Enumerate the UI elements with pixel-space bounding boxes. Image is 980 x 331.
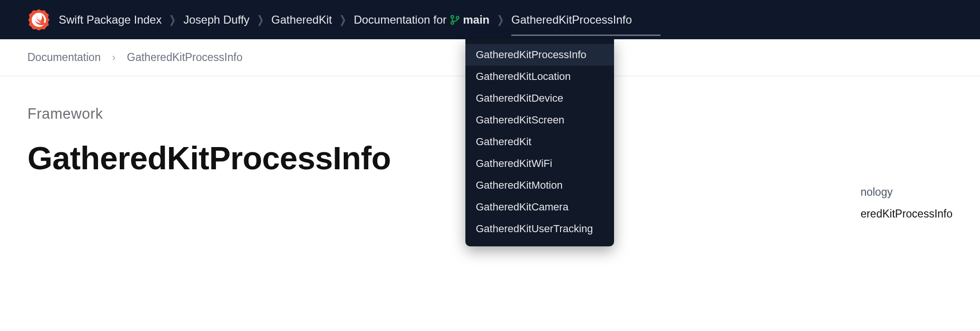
sidebar-value-fragment: eredKitProcessInfo bbox=[861, 206, 953, 221]
chevron-right-icon: ❭ bbox=[339, 14, 347, 26]
chevron-right-icon: ❭ bbox=[256, 14, 265, 26]
dropdown-item[interactable]: GatheredKitUserTracking bbox=[465, 218, 614, 240]
dropdown-item[interactable]: GatheredKit bbox=[465, 131, 614, 153]
nav-link-owner[interactable]: Joseph Duffy bbox=[183, 13, 249, 26]
dropdown-item[interactable]: GatheredKitProcessInfo bbox=[465, 44, 614, 66]
nav-current-module-label: GatheredKitProcessInfo bbox=[511, 13, 632, 26]
nav-current-module-dropdown-trigger[interactable]: GatheredKitProcessInfo bbox=[511, 13, 632, 26]
sidebar-label-fragment: nology bbox=[861, 184, 953, 200]
nav-current-underline bbox=[511, 35, 660, 36]
module-dropdown-menu: GatheredKitProcessInfoGatheredKitLocatio… bbox=[465, 39, 614, 246]
nav-branch-name: main bbox=[463, 13, 490, 26]
dropdown-item[interactable]: GatheredKitLocation bbox=[465, 66, 614, 87]
nav-link-repo[interactable]: GatheredKit bbox=[271, 13, 332, 26]
git-branch-icon bbox=[450, 15, 460, 25]
nav-breadcrumb: Swift Package Index ❭ Joseph Duffy ❭ Gat… bbox=[59, 13, 632, 26]
dropdown-item[interactable]: GatheredKitWiFi bbox=[465, 153, 614, 174]
chevron-right-icon: ❭ bbox=[496, 14, 505, 26]
breadcrumb-current: GatheredKitProcessInfo bbox=[127, 51, 242, 64]
chevron-right-icon: ❭ bbox=[168, 14, 177, 26]
dropdown-item[interactable]: GatheredKitMotion bbox=[465, 174, 614, 196]
dropdown-item[interactable]: GatheredKitScreen bbox=[465, 109, 614, 131]
breadcrumb-root-link[interactable]: Documentation bbox=[27, 51, 101, 64]
nav-link-docs-for[interactable]: Documentation for main bbox=[354, 13, 490, 26]
svg-point-1 bbox=[451, 15, 454, 18]
svg-point-3 bbox=[456, 16, 459, 19]
swift-logo-icon bbox=[27, 9, 50, 31]
dropdown-item[interactable]: GatheredKitDevice bbox=[465, 87, 614, 109]
docs-for-prefix: Documentation for bbox=[354, 13, 446, 26]
sidebar-metadata: nology eredKitProcessInfo bbox=[861, 184, 953, 221]
nav-link-brand[interactable]: Swift Package Index bbox=[59, 13, 161, 26]
chevron-right-icon: › bbox=[112, 52, 116, 64]
svg-point-2 bbox=[451, 21, 454, 24]
top-nav: Swift Package Index ❭ Joseph Duffy ❭ Gat… bbox=[0, 0, 980, 39]
dropdown-item[interactable]: GatheredKitCamera bbox=[465, 196, 614, 218]
